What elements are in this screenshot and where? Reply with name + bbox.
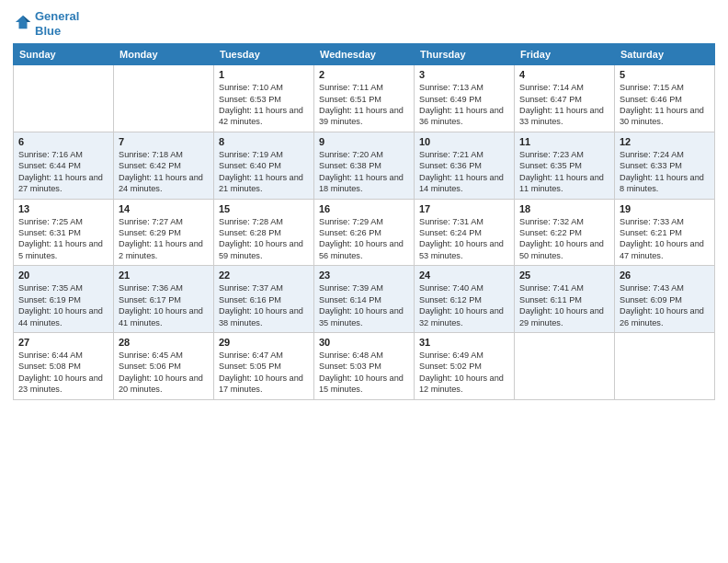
calendar-cell: 4Sunrise: 7:14 AM Sunset: 6:47 PM Daylig… bbox=[515, 65, 615, 132]
day-info: Sunrise: 7:27 AM Sunset: 6:29 PM Dayligh… bbox=[119, 216, 209, 262]
day-number: 18 bbox=[519, 203, 609, 214]
day-info: Sunrise: 7:20 AM Sunset: 6:38 PM Dayligh… bbox=[319, 149, 409, 195]
calendar-cell: 9Sunrise: 7:20 AM Sunset: 6:38 PM Daylig… bbox=[314, 132, 415, 199]
day-number: 2 bbox=[319, 69, 409, 80]
col-header-sunday: Sunday bbox=[14, 44, 114, 65]
col-header-saturday: Saturday bbox=[615, 44, 715, 65]
calendar-cell bbox=[114, 65, 214, 132]
calendar-cell: 23Sunrise: 7:39 AM Sunset: 6:14 PM Dayli… bbox=[314, 266, 415, 333]
calendar-cell: 25Sunrise: 7:41 AM Sunset: 6:11 PM Dayli… bbox=[515, 266, 615, 333]
logo: General Blue bbox=[13, 9, 79, 38]
col-header-monday: Monday bbox=[114, 44, 214, 65]
calendar-cell: 19Sunrise: 7:33 AM Sunset: 6:21 PM Dayli… bbox=[615, 199, 715, 266]
logo-line1: General bbox=[35, 9, 79, 24]
day-number: 1 bbox=[219, 69, 309, 80]
day-info: Sunrise: 7:35 AM Sunset: 6:19 PM Dayligh… bbox=[18, 282, 108, 328]
calendar-cell: 16Sunrise: 7:29 AM Sunset: 6:26 PM Dayli… bbox=[314, 199, 415, 266]
calendar-week-row: 6Sunrise: 7:16 AM Sunset: 6:44 PM Daylig… bbox=[14, 132, 715, 199]
logo-icon bbox=[15, 14, 31, 30]
day-info: Sunrise: 7:41 AM Sunset: 6:11 PM Dayligh… bbox=[519, 282, 609, 328]
page: General Blue SundayMondayTuesdayWednesda… bbox=[0, 0, 728, 563]
day-number: 24 bbox=[419, 270, 509, 281]
calendar-header-row: SundayMondayTuesdayWednesdayThursdayFrid… bbox=[14, 44, 715, 65]
calendar-cell bbox=[14, 65, 114, 132]
calendar-cell: 27Sunrise: 6:44 AM Sunset: 5:08 PM Dayli… bbox=[14, 332, 114, 399]
day-number: 3 bbox=[419, 69, 509, 80]
day-number: 13 bbox=[18, 203, 108, 214]
day-info: Sunrise: 7:15 AM Sunset: 6:46 PM Dayligh… bbox=[620, 82, 710, 128]
day-info: Sunrise: 7:43 AM Sunset: 6:09 PM Dayligh… bbox=[620, 282, 710, 328]
day-info: Sunrise: 7:14 AM Sunset: 6:47 PM Dayligh… bbox=[519, 82, 609, 128]
calendar-cell: 17Sunrise: 7:31 AM Sunset: 6:24 PM Dayli… bbox=[415, 199, 515, 266]
calendar-cell: 12Sunrise: 7:24 AM Sunset: 6:33 PM Dayli… bbox=[615, 132, 715, 199]
day-number: 25 bbox=[519, 270, 609, 281]
col-header-wednesday: Wednesday bbox=[314, 44, 415, 65]
day-number: 12 bbox=[620, 136, 710, 147]
day-info: Sunrise: 7:11 AM Sunset: 6:51 PM Dayligh… bbox=[319, 82, 409, 128]
day-info: Sunrise: 6:44 AM Sunset: 5:08 PM Dayligh… bbox=[18, 350, 108, 396]
calendar-cell: 26Sunrise: 7:43 AM Sunset: 6:09 PM Dayli… bbox=[615, 266, 715, 333]
calendar-cell: 10Sunrise: 7:21 AM Sunset: 6:36 PM Dayli… bbox=[415, 132, 515, 199]
calendar-cell bbox=[615, 332, 715, 399]
calendar-week-row: 20Sunrise: 7:35 AM Sunset: 6:19 PM Dayli… bbox=[14, 266, 715, 333]
calendar-table: SundayMondayTuesdayWednesdayThursdayFrid… bbox=[13, 43, 715, 399]
day-info: Sunrise: 6:48 AM Sunset: 5:03 PM Dayligh… bbox=[319, 350, 409, 396]
day-number: 21 bbox=[119, 270, 209, 281]
calendar-cell: 1Sunrise: 7:10 AM Sunset: 6:53 PM Daylig… bbox=[214, 65, 314, 132]
calendar-cell: 6Sunrise: 7:16 AM Sunset: 6:44 PM Daylig… bbox=[14, 132, 114, 199]
day-number: 7 bbox=[119, 136, 209, 147]
day-info: Sunrise: 7:39 AM Sunset: 6:14 PM Dayligh… bbox=[319, 282, 409, 328]
day-number: 26 bbox=[620, 270, 710, 281]
day-info: Sunrise: 7:24 AM Sunset: 6:33 PM Dayligh… bbox=[620, 149, 710, 195]
day-info: Sunrise: 7:13 AM Sunset: 6:49 PM Dayligh… bbox=[419, 82, 509, 128]
calendar-cell: 3Sunrise: 7:13 AM Sunset: 6:49 PM Daylig… bbox=[415, 65, 515, 132]
day-number: 23 bbox=[319, 270, 409, 281]
calendar-cell: 15Sunrise: 7:28 AM Sunset: 6:28 PM Dayli… bbox=[214, 199, 314, 266]
calendar-cell: 28Sunrise: 6:45 AM Sunset: 5:06 PM Dayli… bbox=[114, 332, 214, 399]
day-info: Sunrise: 6:45 AM Sunset: 5:06 PM Dayligh… bbox=[119, 350, 209, 396]
day-number: 4 bbox=[519, 69, 609, 80]
calendar-cell: 31Sunrise: 6:49 AM Sunset: 5:02 PM Dayli… bbox=[415, 332, 515, 399]
col-header-friday: Friday bbox=[515, 44, 615, 65]
day-info: Sunrise: 7:19 AM Sunset: 6:40 PM Dayligh… bbox=[219, 149, 309, 195]
day-number: 15 bbox=[219, 203, 309, 214]
day-info: Sunrise: 7:29 AM Sunset: 6:26 PM Dayligh… bbox=[319, 216, 409, 262]
day-number: 6 bbox=[18, 136, 108, 147]
day-info: Sunrise: 7:28 AM Sunset: 6:28 PM Dayligh… bbox=[219, 216, 309, 262]
day-number: 11 bbox=[519, 136, 609, 147]
day-info: Sunrise: 7:31 AM Sunset: 6:24 PM Dayligh… bbox=[419, 216, 509, 262]
day-info: Sunrise: 6:49 AM Sunset: 5:02 PM Dayligh… bbox=[419, 350, 509, 396]
day-info: Sunrise: 7:18 AM Sunset: 6:42 PM Dayligh… bbox=[119, 149, 209, 195]
calendar-cell: 20Sunrise: 7:35 AM Sunset: 6:19 PM Dayli… bbox=[14, 266, 114, 333]
calendar-cell: 22Sunrise: 7:37 AM Sunset: 6:16 PM Dayli… bbox=[214, 266, 314, 333]
day-info: Sunrise: 7:21 AM Sunset: 6:36 PM Dayligh… bbox=[419, 149, 509, 195]
calendar-cell: 7Sunrise: 7:18 AM Sunset: 6:42 PM Daylig… bbox=[114, 132, 214, 199]
calendar-cell: 30Sunrise: 6:48 AM Sunset: 5:03 PM Dayli… bbox=[314, 332, 415, 399]
calendar-cell: 8Sunrise: 7:19 AM Sunset: 6:40 PM Daylig… bbox=[214, 132, 314, 199]
day-info: Sunrise: 7:25 AM Sunset: 6:31 PM Dayligh… bbox=[18, 216, 108, 262]
day-number: 29 bbox=[219, 337, 309, 348]
day-info: Sunrise: 7:33 AM Sunset: 6:21 PM Dayligh… bbox=[620, 216, 710, 262]
calendar-cell: 5Sunrise: 7:15 AM Sunset: 6:46 PM Daylig… bbox=[615, 65, 715, 132]
col-header-thursday: Thursday bbox=[415, 44, 515, 65]
day-number: 30 bbox=[319, 337, 409, 348]
day-number: 31 bbox=[419, 337, 509, 348]
day-info: Sunrise: 6:47 AM Sunset: 5:05 PM Dayligh… bbox=[219, 350, 309, 396]
calendar-cell: 18Sunrise: 7:32 AM Sunset: 6:22 PM Dayli… bbox=[515, 199, 615, 266]
calendar-cell: 13Sunrise: 7:25 AM Sunset: 6:31 PM Dayli… bbox=[14, 199, 114, 266]
day-number: 10 bbox=[419, 136, 509, 147]
day-info: Sunrise: 7:10 AM Sunset: 6:53 PM Dayligh… bbox=[219, 82, 309, 128]
calendar-cell: 24Sunrise: 7:40 AM Sunset: 6:12 PM Dayli… bbox=[415, 266, 515, 333]
day-number: 17 bbox=[419, 203, 509, 214]
day-info: Sunrise: 7:37 AM Sunset: 6:16 PM Dayligh… bbox=[219, 282, 309, 328]
day-number: 20 bbox=[18, 270, 108, 281]
header: General Blue bbox=[13, 9, 715, 38]
calendar-cell: 21Sunrise: 7:36 AM Sunset: 6:17 PM Dayli… bbox=[114, 266, 214, 333]
calendar-week-row: 27Sunrise: 6:44 AM Sunset: 5:08 PM Dayli… bbox=[14, 332, 715, 399]
day-info: Sunrise: 7:40 AM Sunset: 6:12 PM Dayligh… bbox=[419, 282, 509, 328]
calendar-cell: 29Sunrise: 6:47 AM Sunset: 5:05 PM Dayli… bbox=[214, 332, 314, 399]
day-info: Sunrise: 7:23 AM Sunset: 6:35 PM Dayligh… bbox=[519, 149, 609, 195]
calendar-cell: 2Sunrise: 7:11 AM Sunset: 6:51 PM Daylig… bbox=[314, 65, 415, 132]
day-number: 9 bbox=[319, 136, 409, 147]
day-info: Sunrise: 7:36 AM Sunset: 6:17 PM Dayligh… bbox=[119, 282, 209, 328]
